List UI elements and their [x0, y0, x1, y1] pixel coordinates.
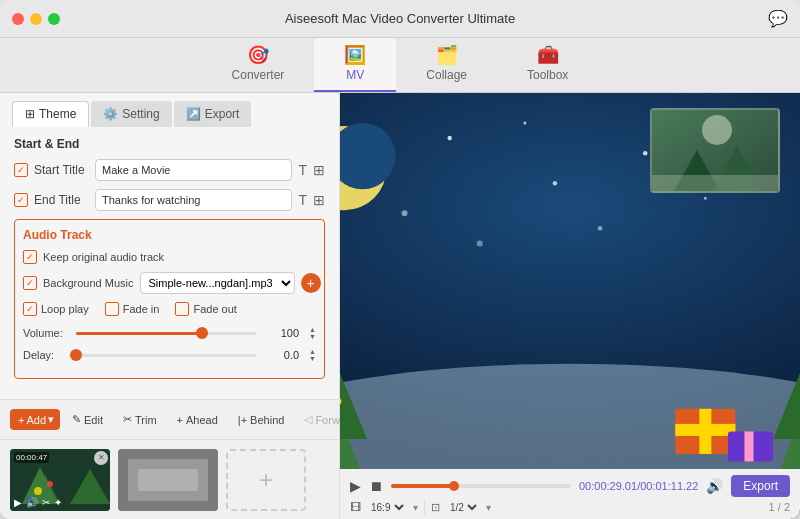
start-title-label: Start Title	[34, 163, 89, 177]
progress-thumb	[449, 481, 459, 491]
thumb-audio-icon[interactable]: 🔊	[26, 497, 38, 508]
fade-out-checkbox[interactable]	[175, 302, 189, 316]
volume-button[interactable]: 🔊	[706, 478, 723, 494]
thumbnail-0-duration: 00:00:47	[14, 452, 49, 463]
video-inset	[650, 108, 780, 193]
time-display: 00:00:29.01/00:01:11.22	[579, 480, 698, 492]
tab-collage[interactable]: 🗂️ Collage	[396, 38, 497, 92]
add-button[interactable]: + Add ▾	[10, 409, 60, 430]
volume-down[interactable]: ▼	[309, 333, 316, 340]
aspect-ratio-select[interactable]: 16:9	[367, 501, 407, 514]
audio-track-title: Audio Track	[23, 228, 316, 242]
svg-point-20	[477, 240, 483, 246]
traffic-lights	[12, 13, 60, 25]
delay-slider[interactable]	[76, 354, 256, 357]
start-title-grid-icon[interactable]: ⊞	[313, 162, 325, 178]
tab-toolbox-label: Toolbox	[527, 68, 568, 82]
volume-row: Volume: 100 ▲ ▼	[23, 326, 316, 340]
film-icon: 🎞	[350, 501, 361, 513]
delay-down[interactable]: ▼	[309, 355, 316, 362]
start-title-input[interactable]	[95, 159, 292, 181]
add-thumbnail-button[interactable]: +	[226, 449, 306, 511]
end-title-text-icon[interactable]: T	[298, 192, 307, 208]
divider	[424, 499, 425, 515]
tab-converter[interactable]: 🎯 Converter	[202, 38, 315, 92]
delay-up[interactable]: ▲	[309, 348, 316, 355]
tab-collage-label: Collage	[426, 68, 467, 82]
toolbar: + Add ▾ ✎ Edit ✂ Trim + Ahead |+	[0, 399, 339, 439]
zoom-select[interactable]: 1/2	[446, 501, 480, 514]
mv-icon: 🖼️	[344, 44, 366, 66]
trim-label: Trim	[135, 414, 157, 426]
time-total: 00:01:11.22	[640, 480, 698, 492]
thumbnail-0-controls: ▶ 🔊 ✂ ✦	[14, 497, 62, 508]
tab-mv[interactable]: 🖼️ MV	[314, 38, 396, 92]
keep-original-checkbox[interactable]	[23, 250, 37, 264]
stop-button[interactable]: ⏹	[369, 478, 383, 494]
ahead-button[interactable]: + Ahead	[169, 410, 226, 430]
add-chevron-icon: ▾	[48, 413, 54, 426]
fade-in-option: Fade in	[105, 302, 160, 316]
page-count: 1 / 2	[769, 501, 790, 513]
fade-in-checkbox[interactable]	[105, 302, 119, 316]
volume-up[interactable]: ▲	[309, 326, 316, 333]
sub-tab-setting[interactable]: ⚙️ Setting	[91, 101, 171, 127]
edit-icon: ✎	[72, 413, 81, 426]
edit-button[interactable]: ✎ Edit	[64, 409, 111, 430]
bg-music-row: Background Music Simple-new...ngdan].mp3…	[23, 272, 316, 294]
svg-rect-42	[675, 424, 735, 436]
message-icon[interactable]: 💬	[768, 9, 788, 28]
thumbnail-0[interactable]: ✕ 00:00:47 ▶ 🔊 ✂ ✦	[10, 449, 110, 511]
loop-play-option: Loop play	[23, 302, 89, 316]
video-controls: ▶ ⏹ 00:00:29.01/00:01:11.22 🔊 Export 🎞	[340, 469, 800, 519]
end-title-input[interactable]	[95, 189, 292, 211]
fade-out-label: Fade out	[193, 303, 236, 315]
sub-tab-export[interactable]: ↗️ Export	[174, 101, 252, 127]
tab-converter-label: Converter	[232, 68, 285, 82]
bg-music-select[interactable]: Simple-new...ngdan].mp3	[140, 272, 295, 294]
loop-play-checkbox[interactable]	[23, 302, 37, 316]
sub-tab-bar: ⊞ Theme ⚙️ Setting ↗️ Export	[0, 93, 339, 127]
thumb-play-icon[interactable]: ▶	[14, 497, 22, 508]
fade-in-label: Fade in	[123, 303, 160, 315]
left-panel-content: Start & End Start Title T ⊞ End Title T …	[0, 127, 339, 399]
delay-spinner[interactable]: ▲ ▼	[309, 348, 316, 362]
behind-button[interactable]: |+ Behind	[230, 410, 293, 430]
tab-toolbox[interactable]: 🧰 Toolbox	[497, 38, 598, 92]
minimize-button[interactable]	[30, 13, 42, 25]
sub-tab-theme[interactable]: ⊞ Theme	[12, 101, 89, 127]
thumb-fx-icon[interactable]: ✦	[54, 497, 62, 508]
svg-rect-9	[138, 469, 198, 491]
delay-row: Delay: 0.0 ▲ ▼	[23, 348, 316, 362]
behind-icon: |+	[238, 414, 247, 426]
add-music-button[interactable]: +	[301, 273, 321, 293]
progress-bar[interactable]	[391, 484, 571, 488]
maximize-button[interactable]	[48, 13, 60, 25]
tab-mv-label: MV	[346, 68, 364, 82]
thumbnail-1[interactable]	[118, 449, 218, 511]
thumb-cut-icon[interactable]: ✂	[42, 497, 50, 508]
start-title-text-icon[interactable]: T	[298, 162, 307, 178]
trim-button[interactable]: ✂ Trim	[115, 409, 165, 430]
thumbnail-0-close[interactable]: ✕	[94, 451, 108, 465]
close-button[interactable]	[12, 13, 24, 25]
play-button[interactable]: ▶	[350, 478, 361, 494]
main-window: Aiseesoft Mac Video Converter Ultimate 💬…	[0, 0, 800, 519]
video-preview	[340, 93, 800, 469]
export-arrow-icon: ↗️	[186, 107, 201, 121]
delay-label: Delay:	[23, 349, 68, 361]
ahead-icon: +	[177, 414, 183, 426]
end-title-checkbox[interactable]	[14, 193, 28, 207]
playback-controls: ▶ ⏹ 00:00:29.01/00:01:11.22 🔊 Export	[350, 473, 790, 499]
svg-point-48	[702, 115, 732, 145]
title-bar: Aiseesoft Mac Video Converter Ultimate 💬	[0, 0, 800, 38]
bg-music-checkbox[interactable]	[23, 276, 37, 290]
start-title-checkbox[interactable]	[14, 163, 28, 177]
svg-rect-49	[652, 175, 780, 193]
end-title-grid-icon[interactable]: ⊞	[313, 192, 325, 208]
export-button[interactable]: Export	[731, 475, 790, 497]
delay-value: 0.0	[264, 349, 299, 361]
volume-spinner[interactable]: ▲ ▼	[309, 326, 316, 340]
volume-slider[interactable]	[76, 332, 256, 335]
zoom-icon: ⊡	[431, 501, 440, 514]
